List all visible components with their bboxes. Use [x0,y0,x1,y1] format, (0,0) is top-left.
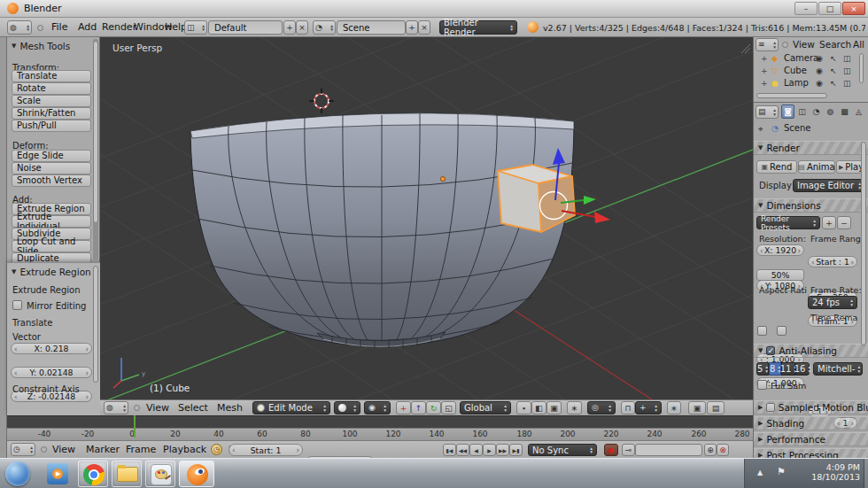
jump-to-end-button[interactable]: ▶▮ [509,444,523,456]
aa-samples-5[interactable]: 5 [756,362,769,376]
visibility-eye-icon[interactable]: ◉ [816,54,823,63]
tool-rotate[interactable]: Rotate [12,82,91,95]
menu-select[interactable]: Select [176,402,210,414]
frame-start-field[interactable]: Start : 1 [808,256,857,267]
scene-selector[interactable]: ◔ [313,20,336,35]
snap-element-dropdown[interactable]: + [635,401,662,414]
taskbar-chrome[interactable] [78,461,108,487]
timeline-content[interactable] [7,415,753,428]
taskbar-paint[interactable] [145,461,175,487]
visibility-eye-icon[interactable]: ◉ [816,66,823,75]
tool-smooth-vertex[interactable]: Smooth Vertex [12,174,91,187]
remove-preset-button[interactable]: − [837,216,851,229]
occlude-geometry-toggle[interactable]: ∗ [567,401,582,414]
sync-mode-dropdown[interactable]: No Sync [528,444,597,456]
manipulator-scale-toggle[interactable]: ◱ [441,401,456,414]
start-button[interactable] [5,461,30,486]
render-presets-dropdown[interactable]: Render Presets [756,216,820,229]
minimize-button[interactable]: – [794,2,818,15]
editor-type-selector[interactable]: ▤ [756,105,779,119]
menu-add[interactable]: Add [76,21,98,33]
operator-panel-header[interactable]: ▼Extrude Region and [12,267,98,277]
viewport-corner-grip[interactable] [741,44,750,53]
manipulator-toggle[interactable]: + [396,401,411,414]
outliner-vscrollbar[interactable] [859,53,864,83]
menu-view[interactable]: View [144,402,171,414]
proportional-edit-dropdown[interactable]: ◎ [587,401,616,414]
selectability-cursor-icon[interactable]: ↖ [830,79,837,88]
tool-translate[interactable]: Translate [12,70,91,82]
outliner-row-cube[interactable]: + ▽ Cube ◉ ↖ ◫ [754,66,868,78]
tool-loop-cut[interactable]: Loop Cut and Slide [12,240,91,252]
snap-toggle[interactable]: ⊓ [621,401,635,414]
crop-checkbox[interactable] [777,326,787,336]
tool-extrude-individual[interactable]: Extrude Individual [12,215,91,228]
jump-to-start-button[interactable]: ▮◀ [443,444,456,456]
tab-render[interactable]: ◙ [781,105,794,119]
selectability-cursor-icon[interactable]: ↖ [830,66,837,75]
start-frame-field[interactable]: Start: 1 [229,444,303,456]
delete-keyframe-button[interactable]: ⊗ [717,444,729,456]
editor-type-selector[interactable]: ◍ [7,20,32,35]
display-filter-dropdown[interactable]: All [853,39,868,50]
resolution-x-field[interactable]: X: 1920 [756,244,804,256]
menu-view[interactable]: View [793,39,815,50]
add-preset-button[interactable]: + [822,216,836,229]
outliner-row-camera[interactable]: + ◆ Camera ◉ ↖ ◫ [754,53,868,66]
object-name[interactable]: Cube [784,66,807,75]
toolshelf-scrollbar-thumb[interactable] [93,41,98,223]
insert-keyframe-button[interactable]: ⊕ [704,444,717,456]
vector-x-field[interactable]: X: 0.218 [11,343,92,354]
object-name[interactable]: Camera [784,53,818,63]
tab-scene[interactable]: ◔ [810,105,823,119]
show-desktop-button[interactable] [864,459,868,488]
motion-blur-panel-header[interactable]: ▶Sampled Motion Blur [754,400,868,414]
delete-scene-button[interactable]: × [418,20,430,35]
aa-filter-dropdown[interactable]: Mitchell- [813,362,863,376]
aa-samples-16[interactable]: 16 [795,362,810,376]
mirror-editing-checkbox[interactable] [12,300,22,310]
renderability-camera-icon[interactable]: ◫ [843,79,851,88]
viewport-3d[interactable]: y User Persp (1) Cube [100,37,753,399]
tool-edge-slide[interactable]: Edge Slide [12,150,91,162]
opengl-render-image-button[interactable]: ▣ [688,401,706,414]
opengl-render-anim-button[interactable]: ▤ [707,401,725,414]
menu-marker[interactable]: Marker [84,444,121,455]
tab-render-layers[interactable]: ◫ [795,105,809,119]
current-frame-marker[interactable] [134,415,136,438]
taskbar-explorer[interactable] [112,461,142,487]
blender-splash-icon[interactable] [527,21,539,33]
face-select-mode[interactable]: ▣ [546,401,562,414]
outliner-hscrollbar[interactable] [756,93,827,98]
timeline-ruler[interactable]: -40 -20 0 20 40 60 80 100 120 140 160 18… [7,428,753,440]
expand-icon[interactable]: + [761,54,768,63]
editor-type-selector[interactable]: ◷ [11,443,35,456]
render-border-toggle[interactable]: ∗ [667,401,681,414]
shading-panel-header[interactable]: ▶Shading [754,416,868,430]
motion-blur-checkbox[interactable] [766,403,774,412]
maximize-button[interactable]: □ [818,2,841,15]
close-button[interactable]: × [842,2,865,15]
frame-rate-dropdown[interactable]: 24 fps [808,296,857,309]
next-keyframe-button[interactable]: ▶▶ [496,444,509,456]
tab-object[interactable]: ▩ [838,105,851,119]
viewport-shading-dropdown[interactable] [334,401,360,414]
tool-shrink-fatten[interactable]: Shrink/Fatten [12,107,91,120]
add-scene-button[interactable]: + [406,20,418,35]
pivot-point-dropdown[interactable]: ◉ [364,401,391,414]
tray-clock[interactable]: 4:09 PM 18/10/2013 [796,462,860,482]
menu-file[interactable]: File [50,21,69,33]
mesh-tools-panel-header[interactable]: ▼Mesh Tools [12,41,70,51]
antialiasing-checkbox[interactable] [766,346,775,355]
record-button[interactable]: ● [604,444,618,456]
tool-scale[interactable]: Scale [12,95,91,107]
edge-select-mode[interactable]: ◧ [531,401,546,414]
header-collapse-dot[interactable] [782,42,788,48]
performance-panel-header[interactable]: ▶Performance [754,432,868,446]
tray-expand-icon[interactable]: ▲ [757,469,763,476]
taskbar-mediaplayer[interactable]: ▶ [43,461,73,487]
tool-noise[interactable]: Noise [12,162,91,174]
manipulator-rotate-toggle[interactable]: ↻ [426,401,441,414]
action-center-flag-icon[interactable]: ⚑ [777,466,786,477]
header-collapse-dot[interactable] [41,446,47,453]
